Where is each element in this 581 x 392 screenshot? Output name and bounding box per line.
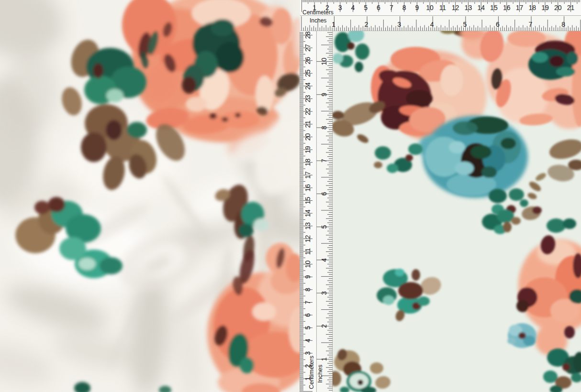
svg-text:17: 17	[304, 171, 312, 179]
svg-text:8: 8	[561, 21, 565, 28]
svg-text:6: 6	[496, 21, 500, 28]
svg-text:4: 4	[430, 21, 434, 28]
svg-text:9: 9	[320, 93, 328, 97]
svg-text:Inches: Inches	[310, 17, 326, 24]
svg-text:3: 3	[338, 4, 342, 11]
svg-text:27: 27	[304, 44, 312, 52]
svg-text:21: 21	[567, 4, 575, 11]
svg-text:18: 18	[304, 159, 312, 166]
svg-text:18: 18	[529, 4, 536, 11]
svg-text:2: 2	[320, 324, 328, 328]
svg-text:23: 23	[304, 95, 312, 103]
svg-text:8: 8	[320, 126, 328, 130]
svg-text:11: 11	[304, 248, 312, 255]
svg-text:5: 5	[320, 225, 328, 229]
svg-text:4: 4	[320, 258, 328, 262]
svg-text:6: 6	[304, 313, 312, 317]
svg-text:15: 15	[304, 197, 312, 205]
svg-text:10: 10	[320, 58, 328, 65]
svg-text:25: 25	[304, 69, 312, 77]
svg-text:20: 20	[554, 4, 562, 11]
svg-text:14: 14	[477, 4, 485, 11]
svg-text:Centimeters: Centimeters	[308, 355, 315, 389]
svg-text:19: 19	[304, 146, 312, 153]
svg-text:7: 7	[304, 300, 312, 304]
svg-text:3: 3	[320, 291, 328, 295]
svg-text:12: 12	[452, 4, 459, 11]
svg-text:6: 6	[377, 4, 380, 11]
svg-text:9: 9	[304, 275, 312, 279]
svg-text:1: 1	[320, 357, 328, 361]
svg-text:13: 13	[465, 4, 472, 11]
svg-text:21: 21	[304, 120, 312, 128]
svg-text:11: 11	[439, 4, 447, 11]
svg-text:16: 16	[503, 4, 511, 11]
svg-text:3: 3	[304, 351, 312, 355]
svg-text:6: 6	[320, 192, 328, 196]
svg-text:1: 1	[332, 21, 335, 28]
svg-text:7: 7	[390, 4, 393, 11]
svg-text:14: 14	[304, 209, 312, 217]
svg-text:3: 3	[397, 21, 401, 28]
svg-text:2: 2	[365, 21, 369, 28]
svg-text:8: 8	[402, 4, 406, 11]
svg-text:5: 5	[463, 21, 467, 28]
svg-text:15: 15	[490, 4, 498, 11]
svg-text:26: 26	[304, 57, 312, 65]
svg-text:20: 20	[304, 133, 312, 141]
svg-text:8: 8	[304, 288, 312, 292]
svg-text:22: 22	[304, 108, 312, 115]
svg-text:5: 5	[364, 4, 368, 11]
svg-text:19: 19	[541, 4, 549, 11]
svg-text:17: 17	[516, 4, 524, 11]
svg-text:5: 5	[304, 326, 312, 330]
svg-text:Centimeters: Centimeters	[302, 9, 334, 16]
svg-text:12: 12	[304, 235, 312, 242]
svg-text:24: 24	[304, 82, 312, 90]
svg-text:16: 16	[304, 184, 312, 192]
svg-text:28: 28	[304, 31, 312, 39]
svg-text:Inches: Inches	[316, 364, 324, 383]
svg-text:9: 9	[415, 4, 419, 11]
svg-text:4: 4	[304, 338, 312, 342]
svg-text:4: 4	[351, 4, 355, 11]
svg-text:10: 10	[304, 261, 312, 268]
svg-text:13: 13	[304, 222, 312, 230]
svg-text:7: 7	[320, 159, 328, 163]
svg-text:10: 10	[426, 4, 434, 11]
svg-text:7: 7	[529, 21, 533, 28]
